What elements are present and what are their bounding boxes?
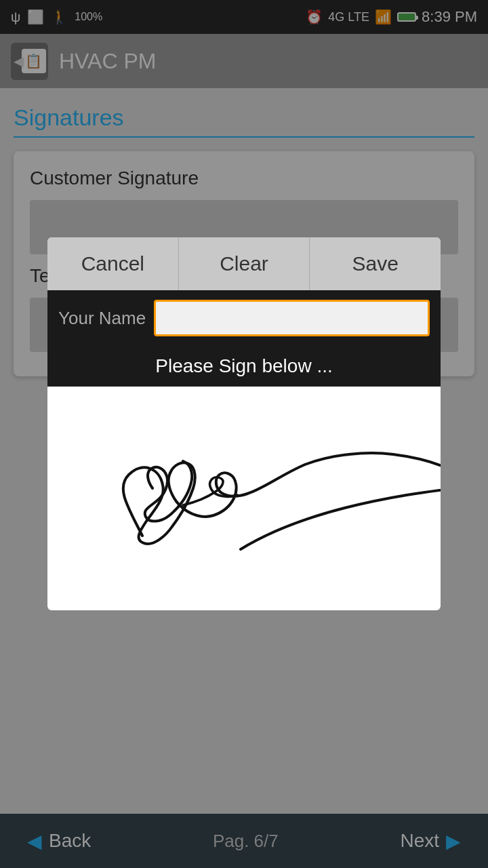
signature-canvas[interactable]: [47, 387, 441, 610]
signature-modal: Cancel Clear Save Your Name Please Sign …: [47, 237, 441, 610]
name-row: Your Name: [47, 290, 441, 346]
cancel-button[interactable]: Cancel: [47, 237, 179, 290]
modal-overlay: Cancel Clear Save Your Name Please Sign …: [0, 0, 488, 868]
signature-drawing: [47, 387, 441, 610]
sign-below-text: Please Sign below ...: [47, 346, 441, 387]
name-input[interactable]: [154, 300, 430, 336]
save-button[interactable]: Save: [310, 237, 441, 290]
name-label: Your Name: [58, 308, 146, 329]
modal-button-row: Cancel Clear Save: [47, 237, 441, 290]
clear-button[interactable]: Clear: [179, 237, 310, 290]
